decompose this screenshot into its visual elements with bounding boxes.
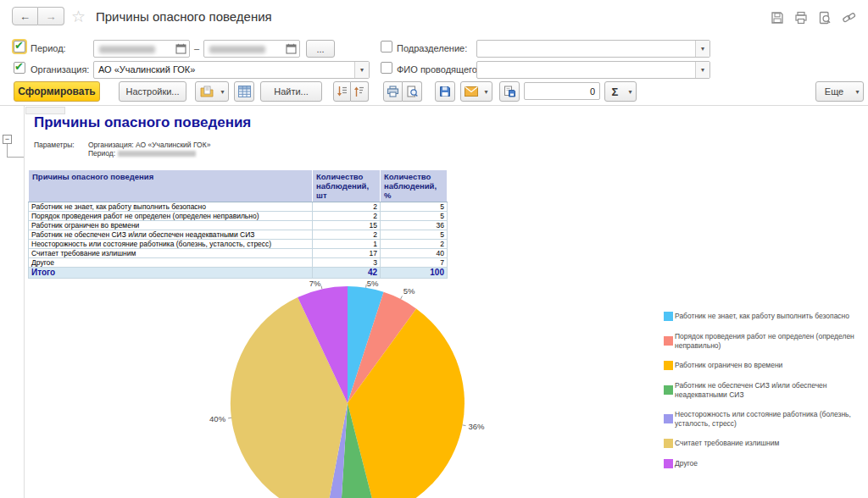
cell-count: 2 xyxy=(313,202,381,212)
conductor-value xyxy=(477,62,695,78)
sum-button[interactable]: Σ ▾ xyxy=(604,81,637,102)
period-checkbox[interactable]: ✔ xyxy=(14,41,25,53)
department-combo[interactable]: ▾ xyxy=(476,40,710,58)
pie-label-tick xyxy=(321,285,322,289)
report-param-period: Период: xyxy=(88,149,196,158)
chevron-down-icon[interactable]: ▾ xyxy=(695,62,709,78)
calendar-icon[interactable] xyxy=(284,42,298,55)
redacted-date-to xyxy=(209,46,265,53)
column-header-count: Количество наблюдений, шт xyxy=(313,170,381,202)
cell-cause: Другое xyxy=(29,258,313,268)
period-to-input[interactable] xyxy=(203,40,300,58)
pie-percent-label: 7% xyxy=(309,279,321,288)
legend-label: Работник не знает, как работу выполнить … xyxy=(675,312,849,321)
checkmark-icon: ✔ xyxy=(14,60,24,73)
cell-cause: Работник не обеспечен СИЗ и/или обеспече… xyxy=(29,230,313,240)
legend-swatch xyxy=(664,439,673,448)
chart-section: 5%5%36%5%2%40%7% Работник не знает, как … xyxy=(25,276,868,498)
table-row[interactable]: Считает требование излишним1740 xyxy=(29,249,448,258)
report-area: − Причины опасного поведения Параметры: … xyxy=(0,105,868,498)
period-more-button[interactable]: ... xyxy=(306,40,335,58)
table-row[interactable]: Другое37 xyxy=(29,258,448,268)
department-value xyxy=(477,41,695,57)
organization-checkbox[interactable]: ✔ xyxy=(14,62,25,74)
legend-label: Порядок проведения работ не определен (о… xyxy=(675,332,867,350)
find-button[interactable]: Найти... xyxy=(260,81,322,102)
forward-button[interactable]: → xyxy=(38,7,64,25)
pie-label-tick xyxy=(228,418,231,418)
cell-percent: 5 xyxy=(381,202,448,212)
nav-buttons: ← → xyxy=(12,7,64,25)
app-window: ← → ☆ Причины опасного поведения ✔ Перио… xyxy=(0,0,868,498)
table-row[interactable]: Неосторожность или состояние работника (… xyxy=(29,240,448,249)
legend-item: Работник не знает, как работу выполнить … xyxy=(664,312,867,321)
calendar-icon[interactable] xyxy=(174,42,187,55)
organization-label: Организация: xyxy=(31,64,89,75)
legend-swatch xyxy=(664,459,673,468)
report-variants-button[interactable]: ▾ xyxy=(195,81,229,102)
pie-percent-label: 36% xyxy=(468,422,485,431)
organization-combo[interactable]: АО «Учалинский ГОК» ▾ xyxy=(93,61,370,79)
report-table: Причины опасного поведения Количество на… xyxy=(28,169,448,279)
mail-icon xyxy=(461,82,481,101)
table-row[interactable]: Работник не знает, как работу выполнить … xyxy=(29,202,448,212)
spreadsheet-corner xyxy=(25,107,65,114)
group-connector xyxy=(7,144,8,157)
cell-percent: 40 xyxy=(381,249,448,258)
more-button[interactable]: Еще ▾ xyxy=(815,81,864,102)
cell-cause: Работник не знает, как работу выполнить … xyxy=(29,202,313,212)
cell-count: 17 xyxy=(313,249,381,258)
back-button[interactable]: ← xyxy=(12,7,38,25)
link-icon[interactable] xyxy=(842,11,856,25)
redacted-period-value xyxy=(118,151,196,157)
favorite-star-icon[interactable]: ☆ xyxy=(71,7,86,26)
print-button[interactable] xyxy=(383,81,403,102)
checkmark-icon: ✔ xyxy=(14,39,24,52)
legend-swatch xyxy=(664,336,673,346)
pie-percent-label: 40% xyxy=(209,414,226,423)
preview-icon[interactable] xyxy=(818,11,832,25)
collapse-group-icon[interactable]: − xyxy=(3,135,12,144)
cell-count: 3 xyxy=(313,258,381,268)
sigma-icon: Σ xyxy=(605,82,625,101)
counter-field[interactable] xyxy=(524,82,600,100)
cell-percent: 7 xyxy=(381,258,448,268)
save-result-button[interactable] xyxy=(435,81,455,102)
chevron-down-icon[interactable]: ▾ xyxy=(695,41,709,57)
legend-swatch xyxy=(664,414,673,423)
save-icon[interactable] xyxy=(771,11,784,25)
conductor-combo[interactable]: ▾ xyxy=(476,61,710,79)
legend-label: Работник ограничен во времени xyxy=(675,361,782,370)
pie-label-tick xyxy=(463,425,466,426)
send-mail-button[interactable]: ▾ xyxy=(460,81,492,102)
conductor-checkbox[interactable] xyxy=(381,62,392,74)
generate-button[interactable]: Сформировать xyxy=(14,81,100,102)
legend-item: Работник ограничен во времени xyxy=(664,361,867,370)
table-row[interactable]: Работник не обеспечен СИЗ и/или обеспече… xyxy=(29,230,448,240)
report-table-body: Работник не знает, как работу выполнить … xyxy=(29,202,448,268)
print-icon[interactable] xyxy=(794,11,808,25)
cell-cause: Считает требование излишним xyxy=(29,249,313,258)
grid-settings-button[interactable] xyxy=(234,81,254,102)
chevron-down-icon[interactable]: ▾ xyxy=(354,62,369,78)
cell-cause: Порядок проведения работ не определен (о… xyxy=(29,212,313,221)
collapse-groups-button[interactable] xyxy=(333,81,351,102)
report-variant-icon xyxy=(196,82,217,101)
cell-cause: Неосторожность или состояние работника (… xyxy=(29,240,313,249)
table-row[interactable]: Порядок проведения работ не определен (о… xyxy=(29,212,448,221)
department-checkbox[interactable] xyxy=(381,41,392,53)
legend-item: Другое xyxy=(664,459,867,468)
period-from-input[interactable] xyxy=(93,40,190,58)
report-param-organization: Организация: АО «Учалинский ГОК» xyxy=(88,141,210,149)
redacted-date-from xyxy=(99,46,155,53)
legend-item: Работник не обеспечен СИЗ и/или обеспече… xyxy=(664,381,867,399)
back-arrow-icon: ← xyxy=(19,10,31,23)
table-row[interactable]: Работник ограничен во времени1536 xyxy=(29,221,448,230)
department-label: Подразделение: xyxy=(397,43,467,53)
print-preview-button[interactable] xyxy=(403,81,422,102)
cell-percent: 36 xyxy=(381,221,448,230)
legend-label: Работник не обеспечен СИЗ и/или обеспече… xyxy=(675,381,867,399)
settings-button[interactable]: Настройки... xyxy=(119,81,186,102)
expand-groups-button[interactable] xyxy=(351,81,369,102)
save-copy-button[interactable] xyxy=(499,81,520,102)
